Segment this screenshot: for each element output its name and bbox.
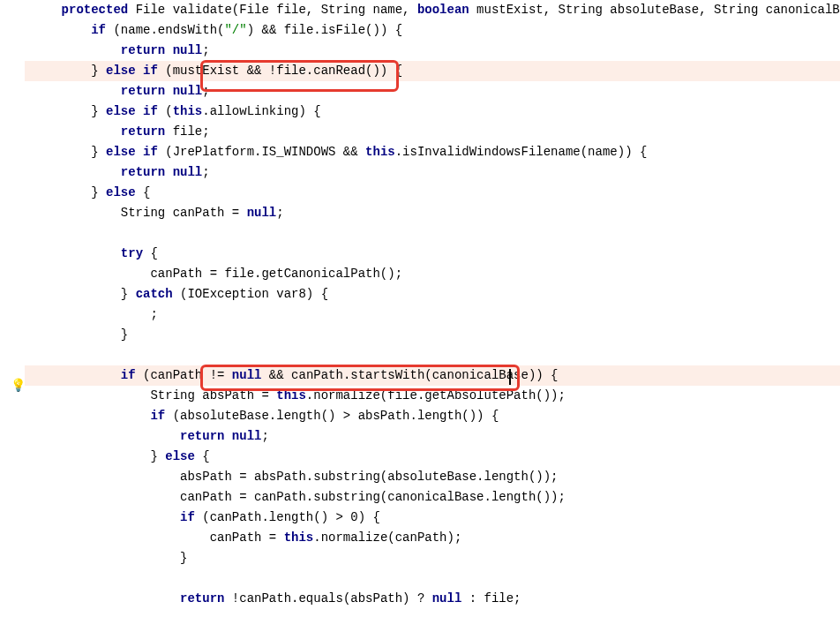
code-token: canPath = canPath.substring(canonicalBas… xyxy=(32,490,566,504)
code-token: (IOException var8) { xyxy=(173,287,328,301)
code-token: (name.endsWith( xyxy=(106,23,224,37)
code-line[interactable]: } else if (mustExist && !file.canRead())… xyxy=(25,61,840,81)
code-token: ; xyxy=(261,429,268,443)
code-line[interactable]: canPath = canPath.substring(canonicalBas… xyxy=(25,487,840,508)
code-token: .normalize(file.getAbsolutePath()); xyxy=(306,388,566,403)
code-line[interactable]: return !canPath.equals(absPath) ? null :… xyxy=(25,589,840,609)
code-token: catch xyxy=(136,287,173,301)
code-line[interactable]: canPath = file.getCanonicalPath(); xyxy=(25,264,840,284)
code-line[interactable]: absPath = absPath.substring(absoluteBase… xyxy=(25,467,840,487)
code-token: this xyxy=(365,145,395,159)
code-token xyxy=(32,43,121,57)
code-token: canPath = file.getCanonicalPath(); xyxy=(32,267,402,281)
code-token: { xyxy=(195,449,210,463)
code-token: this xyxy=(284,530,314,545)
code-line[interactable]: String canPath = null; xyxy=(25,203,840,223)
code-line[interactable]: } catch (IOException var8) { xyxy=(25,284,840,305)
code-line[interactable]: String absPath = this.normalize(file.get… xyxy=(25,386,840,406)
code-token: if xyxy=(91,23,106,37)
code-line[interactable]: return null; xyxy=(25,81,840,102)
code-token: return null xyxy=(121,165,202,179)
code-line[interactable]: if (canPath.length() > 0) { xyxy=(25,508,840,528)
code-token: ; xyxy=(202,43,209,57)
code-line[interactable]: } else if (this.allowLinking) { xyxy=(25,102,840,122)
code-token: .isInvalidWindowsFilename(name)) { xyxy=(395,145,648,159)
lightbulb-icon[interactable]: 💡 xyxy=(11,376,23,388)
code-line[interactable] xyxy=(25,345,840,365)
code-line[interactable]: if (name.endsWith("/") && file.isFile())… xyxy=(25,20,840,41)
code-token: else if xyxy=(106,104,158,118)
code-token: else xyxy=(165,449,195,463)
code-token: : file; xyxy=(461,591,521,606)
code-token: File validate(File file, String name, xyxy=(128,3,417,17)
code-line[interactable]: } xyxy=(25,325,840,345)
code-line[interactable]: if (absoluteBase.length() > absPath.leng… xyxy=(25,406,840,426)
code-token: ; xyxy=(276,206,283,220)
code-token: ; xyxy=(202,165,209,179)
code-token: .normalize(canPath); xyxy=(313,530,461,545)
code-token: (mustExist && !file.canRead()) { xyxy=(158,64,402,78)
code-token: } xyxy=(32,185,106,199)
code-line[interactable]: return null; xyxy=(25,41,840,61)
code-token xyxy=(32,429,180,443)
code-line[interactable]: return null; xyxy=(25,426,840,447)
code-line[interactable] xyxy=(25,223,840,244)
code-token: (absoluteBase.length() > absPath.length(… xyxy=(165,409,499,423)
code-line[interactable]: } else if (JrePlatform.IS_WINDOWS && thi… xyxy=(25,142,840,162)
code-line[interactable]: try { xyxy=(25,244,840,264)
code-editor[interactable]: 💡 protected File validate(File file, Str… xyxy=(0,0,840,617)
code-token: ; xyxy=(32,307,158,321)
code-line[interactable]: canPath = this.normalize(canPath); xyxy=(25,528,840,548)
code-token: !canPath.equals(absPath) ? xyxy=(224,591,431,606)
code-line[interactable] xyxy=(25,568,840,589)
code-token xyxy=(32,3,62,17)
code-line[interactable]: } else { xyxy=(25,447,840,467)
code-line[interactable]: return file; xyxy=(25,122,840,142)
code-token: } xyxy=(32,145,106,159)
code-token xyxy=(32,246,121,260)
code-token: } xyxy=(32,104,106,118)
code-token xyxy=(32,368,121,382)
code-token: try xyxy=(121,246,143,260)
gutter: 💡 xyxy=(0,0,25,617)
code-token: ; xyxy=(202,84,209,98)
code-token: if xyxy=(150,409,165,423)
code-area[interactable]: protected File validate(File file, Strin… xyxy=(25,0,840,609)
code-token: this xyxy=(276,388,306,403)
code-token: String canPath = xyxy=(32,206,247,220)
code-line[interactable]: if (canPath != null && canPath.startsWit… xyxy=(25,365,840,386)
code-line[interactable]: ; xyxy=(25,305,840,325)
code-token: null xyxy=(432,591,462,606)
text-caret xyxy=(509,369,511,385)
code-line[interactable]: } else { xyxy=(25,183,840,203)
code-token: return null xyxy=(121,43,202,57)
code-token: { xyxy=(143,246,158,260)
code-token: } xyxy=(32,551,187,565)
code-token: else if xyxy=(106,64,158,78)
code-token: } xyxy=(32,64,106,78)
code-token: this xyxy=(173,104,203,118)
code-line[interactable]: } xyxy=(25,548,840,568)
code-token xyxy=(32,124,121,139)
code-token: mustExist, String absoluteBase, String c… xyxy=(469,3,840,17)
code-token: else xyxy=(106,185,136,199)
code-token: boolean xyxy=(417,3,469,17)
code-token: return xyxy=(121,124,165,139)
code-token: } xyxy=(32,287,136,301)
code-token: else if xyxy=(106,145,158,159)
code-token xyxy=(32,165,121,179)
code-token: absPath = absPath.substring(absoluteBase… xyxy=(32,470,559,484)
code-line[interactable]: return null; xyxy=(25,162,840,183)
code-token: String absPath = xyxy=(32,388,276,403)
code-token: null xyxy=(247,206,277,220)
code-token: ( xyxy=(158,104,173,118)
code-token: return xyxy=(180,591,224,606)
code-token: && canPath.startsWith(canonicalBase)) { xyxy=(261,368,558,382)
code-token xyxy=(32,591,180,606)
code-token: .allowLinking) { xyxy=(202,104,320,118)
code-line[interactable]: protected File validate(File file, Strin… xyxy=(25,0,840,20)
code-token: ) && file.isFile()) { xyxy=(247,23,402,37)
code-token: (JrePlatform.IS_WINDOWS && xyxy=(158,145,365,159)
code-token: if xyxy=(121,368,136,382)
code-token: return null xyxy=(121,84,202,98)
